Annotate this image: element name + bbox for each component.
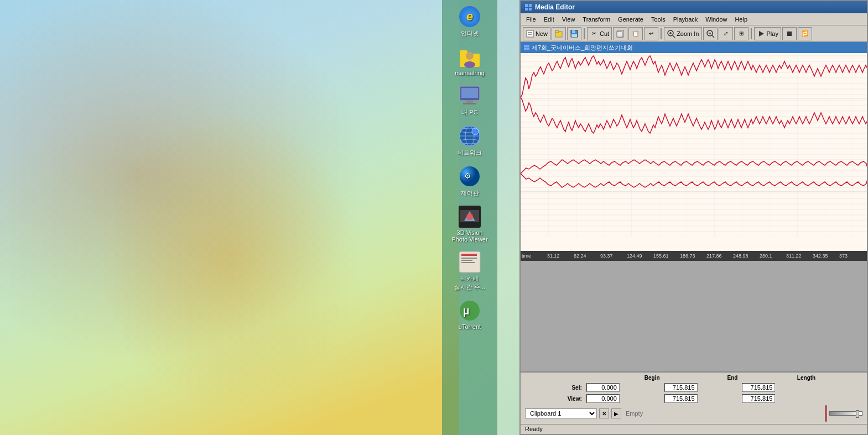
- play-button[interactable]: Play: [754, 27, 781, 40]
- person-folder-icon: [459, 46, 481, 68]
- menu-generate[interactable]: Generate: [615, 15, 647, 24]
- sel-begin-value[interactable]: 0.000: [586, 383, 620, 392]
- undo-icon: ↩: [647, 29, 656, 38]
- waveform-grid-icon: [524, 45, 529, 50]
- time-label-5: 155.61: [653, 253, 669, 259]
- loop-button[interactable]: 🔁: [798, 27, 812, 40]
- sel-length-value[interactable]: 715.815: [742, 383, 775, 392]
- clipboard-clear-button[interactable]: ✕: [599, 408, 609, 418]
- waveform-svg-bottom: [521, 146, 867, 237]
- svg-line-42: [712, 35, 714, 38]
- stop-icon: [785, 29, 794, 38]
- new-button[interactable]: New: [523, 27, 550, 40]
- volume-slider[interactable]: [829, 411, 862, 416]
- separator-2: [661, 28, 662, 39]
- end-header: End: [664, 375, 740, 381]
- new-icon: [526, 29, 534, 38]
- desktop-icon-ie[interactable]: e 인터넷: [448, 6, 492, 38]
- separator-1: [584, 28, 585, 39]
- time-label-10: 311.22: [786, 253, 802, 259]
- time-label-6: 186.73: [680, 253, 695, 259]
- waveform-bg-bottom: [521, 146, 867, 237]
- sel-view-info: Begin End Length Sel: 0.000 715.815 715.…: [521, 373, 867, 405]
- desktop-icon-3dvision[interactable]: 3D Vision Photo Viewer: [448, 206, 492, 243]
- svg-rect-31: [555, 30, 559, 33]
- waveform-title-bar: 제7회_굿네이버스_희망편지쓰기대회: [521, 42, 867, 53]
- cut-label: Cut: [600, 30, 609, 37]
- menu-file[interactable]: File: [523, 15, 539, 24]
- desktop-icon-control-panel[interactable]: ⚙ 제어판: [448, 165, 492, 197]
- loop-icon: 🔁: [801, 29, 809, 38]
- cut-button[interactable]: ✂ Cut: [587, 27, 612, 40]
- svg-marker-44: [759, 31, 764, 36]
- svg-rect-36: [617, 32, 622, 37]
- waveform-bg-top: [521, 53, 867, 144]
- clipboard-empty-label: Empty: [626, 410, 643, 417]
- zoom-out-button[interactable]: [703, 27, 718, 40]
- zoom-in-icon: [667, 29, 675, 38]
- view-length-value[interactable]: 715.815: [742, 394, 775, 403]
- status-bar: Ready: [521, 424, 867, 434]
- menu-tools[interactable]: Tools: [648, 15, 669, 24]
- clipboard-select[interactable]: Clipboard 1: [525, 408, 597, 418]
- save-icon: [570, 29, 579, 38]
- desktop-icon-my-pc[interactable]: 내 PC: [448, 85, 492, 117]
- view-label: View:: [525, 396, 584, 402]
- volume-indicator: [825, 405, 827, 422]
- view-end-value[interactable]: 715.815: [664, 394, 698, 403]
- waveform-display[interactable]: [521, 53, 867, 251]
- sel-end-value[interactable]: 715.815: [664, 383, 698, 392]
- play-icon: [757, 29, 766, 38]
- menu-help[interactable]: Help: [731, 15, 751, 24]
- volume-area: [825, 405, 862, 422]
- view-begin-value[interactable]: 0.000: [586, 394, 620, 403]
- waveform-container: 제7회_굿네이버스_희망편지쓰기대회: [521, 42, 867, 371]
- control-panel-icon: ⚙: [459, 165, 481, 187]
- new-label: New: [536, 30, 548, 37]
- sel-label: Sel:: [525, 385, 584, 391]
- open-button[interactable]: [552, 27, 566, 40]
- desktop-icon-tikape[interactable]: 티카페 실시간 주...: [448, 251, 492, 291]
- svg-point-19: [466, 213, 473, 220]
- svg-text:⚙: ⚙: [464, 171, 471, 180]
- desktop-wallpaper: [0, 0, 459, 435]
- svg-rect-24: [461, 262, 475, 263]
- save-button[interactable]: [567, 27, 581, 40]
- length-header: Length: [742, 375, 818, 381]
- menu-edit[interactable]: Edit: [540, 15, 558, 24]
- paste-icon: 📋: [631, 29, 640, 38]
- 3dvision-icon: [459, 206, 481, 228]
- network-label: 네트워크: [458, 149, 482, 157]
- clipboard-play-button[interactable]: ▶: [611, 408, 621, 418]
- begin-header: Begin: [586, 375, 662, 381]
- toolbar: New ✂ Cut 📋 ↩: [521, 25, 867, 42]
- desktop-icon-mansalring[interactable]: mansalring: [448, 46, 492, 76]
- app-icon: [525, 4, 532, 11]
- menu-window[interactable]: Window: [702, 15, 730, 24]
- waveform-channel-bottom: [521, 146, 867, 237]
- svg-rect-21: [461, 254, 477, 256]
- clipboard-row: Clipboard 1 ✕ ▶ Empty: [521, 405, 867, 424]
- svg-point-13: [472, 128, 479, 135]
- menu-transform[interactable]: Transform: [579, 15, 614, 24]
- time-label-2: 62.24: [574, 253, 586, 259]
- paste-button[interactable]: 📋: [628, 27, 643, 40]
- my-pc-label: 내 PC: [461, 108, 477, 117]
- menu-view[interactable]: View: [559, 15, 579, 24]
- svg-rect-5: [461, 88, 478, 98]
- utorrent-label: uTorrent: [459, 323, 481, 330]
- svg-rect-45: [787, 32, 792, 36]
- volume-thumb: [856, 410, 859, 418]
- zoom-in-button[interactable]: Zoom In: [664, 27, 701, 40]
- copy-button[interactable]: [613, 27, 627, 40]
- desktop-icon-network[interactable]: 네트워크: [448, 125, 492, 157]
- zoom-selection-button[interactable]: ⊞: [734, 27, 749, 40]
- menu-playback[interactable]: Playback: [670, 15, 701, 24]
- svg-point-2: [466, 52, 474, 60]
- zoom-fit-button[interactable]: ⤢: [719, 27, 733, 40]
- stop-button[interactable]: [782, 27, 797, 40]
- undo-button[interactable]: ↩: [644, 27, 658, 40]
- time-label-7: 217.86: [706, 253, 722, 259]
- desktop-icon-utorrent[interactable]: µ uTorrent: [448, 300, 492, 330]
- media-editor-window: Media Editor File Edit View Transform Ge…: [519, 0, 868, 435]
